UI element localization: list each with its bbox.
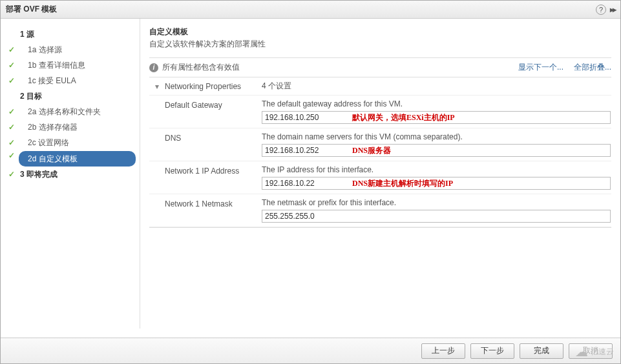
section-header[interactable]: ▾ Networking Properties 4 个设置 [149,77,611,96]
page-title: 自定义模板 [149,26,611,37]
sidebar-item-details[interactable]: ✓1b 查看详细信息 [1,57,140,73]
check-icon: ✓ [8,123,15,132]
sidebar-item-name-folder[interactable]: ✓2a 选择名称和文件夹 [1,104,140,119]
check-icon: ✓ [8,61,15,70]
prop-desc: The IP address for this interface. [262,165,611,174]
netmask-input[interactable] [262,210,611,223]
prop-desc: The default gateway address for this VM. [262,99,611,108]
ip-input[interactable] [262,177,611,190]
prop-label: Network 1 IP Address [149,161,262,194]
main-panel: 自定义模板 自定义该软件解决方案的部署属性 i 所有属性都包含有效值 显示下一个… [140,19,620,329]
window-title: 部署 OVF 模板 [6,4,57,15]
sidebar-item-select-source[interactable]: ✓1a 选择源 [1,42,140,57]
prop-label: Network 1 Netmask [149,194,262,227]
sidebar-section-ready[interactable]: ✓3 即将完成 [1,167,140,182]
properties-panel: ▾ Networking Properties 4 个设置 Default Ga… [149,77,611,228]
check-icon: ✓ [8,45,15,54]
sidebar-item-network[interactable]: ✓2c 设置网络 [1,135,140,150]
sidebar-section-target[interactable]: 2 目标 [1,88,140,104]
info-bar: i 所有属性都包含有效值 显示下一个... 全部折叠... [149,57,611,77]
check-icon: ✓ [8,151,15,160]
wizard-sidebar: 1 源 ✓1a 选择源 ✓1b 查看详细信息 ✓1c 接受 EULA 2 目标 … [1,19,140,329]
title-bar: 部署 OVF 模板 ? ▸▸ [1,1,620,19]
prop-desc: The netmask or prefix for this interface… [262,198,611,207]
prop-desc: The domain name servers for this VM (com… [262,132,611,141]
show-next-link[interactable]: 显示下一个... [518,62,563,73]
gateway-input[interactable] [262,111,611,124]
sidebar-item-eula[interactable]: ✓1c 接受 EULA [1,73,140,88]
expand-icon[interactable]: ▸▸ [610,5,615,14]
prop-row-netmask: Network 1 Netmask The netmask or prefix … [149,194,611,227]
next-button[interactable]: 下一步 [470,343,514,359]
prop-label: Default Gateway [149,96,262,128]
finish-button[interactable]: 完成 [520,343,563,359]
check-icon: ✓ [8,107,15,116]
check-icon: ✓ [8,76,15,85]
collapse-all-link[interactable]: 全部折叠... [574,62,611,73]
back-button[interactable]: 上一步 [421,343,465,359]
section-count: 4 个设置 [262,81,291,92]
page-subtitle: 自定义该软件解决方案的部署属性 [149,39,611,50]
prop-row-gateway: Default Gateway The default gateway addr… [149,96,611,128]
cancel-button[interactable]: 取消 [569,343,613,359]
check-icon: ✓ [8,170,15,179]
help-icon[interactable]: ? [596,5,606,15]
sidebar-section-source[interactable]: 1 源 [1,26,140,42]
check-icon: ✓ [8,138,15,147]
info-icon: i [149,63,158,72]
prop-row-dns: DNS The domain name servers for this VM … [149,128,611,161]
section-name: Networking Properties [165,82,262,91]
sidebar-item-customize[interactable]: 2d 自定义模板 [19,151,136,167]
info-text: 所有属性都包含有效值 [162,62,508,73]
dns-input[interactable] [262,144,611,157]
prop-row-ip: Network 1 IP Address The IP address for … [149,161,611,194]
prop-label: DNS [149,128,262,161]
sidebar-item-storage[interactable]: ✓2b 选择存储器 [1,119,140,135]
collapse-toggle-icon[interactable]: ▾ [149,82,165,91]
footer-bar: 上一步 下一步 完成 取消 [1,338,620,363]
